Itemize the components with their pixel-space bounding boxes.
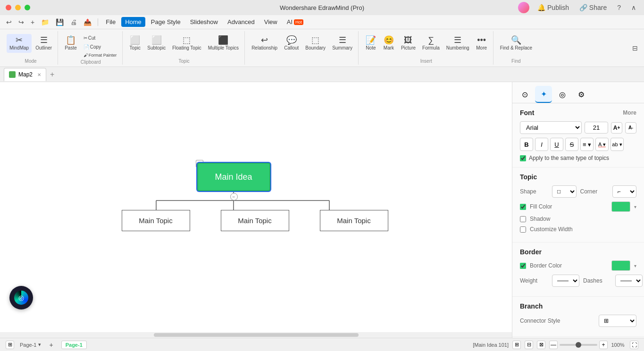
user-avatar[interactable]: [518, 2, 529, 13]
map2-tab[interactable]: Map2 ✕: [4, 68, 46, 81]
format-painter-button[interactable]: 🖌 Format Painter: [81, 52, 120, 58]
formula-button[interactable]: ∑ Formula: [419, 34, 443, 53]
page-selector[interactable]: Page-1 ▾: [20, 342, 41, 348]
menu-slideshow[interactable]: Slideshow: [186, 17, 222, 27]
zoom-in-button[interactable]: +: [599, 341, 608, 349]
dashes-select[interactable]: ——: [615, 275, 643, 287]
zoom-out-button[interactable]: —: [549, 341, 558, 349]
font-size-input[interactable]: [585, 122, 608, 134]
more-button[interactable]: ••• More: [473, 34, 490, 53]
zoom-slider[interactable]: [560, 344, 597, 346]
close-button[interactable]: [6, 5, 11, 10]
add-page-button[interactable]: +: [47, 340, 55, 350]
menu-ai[interactable]: AI Hot: [283, 17, 307, 27]
multiple-topics-button[interactable]: ⬛ Multiple Topics: [205, 34, 242, 53]
border-color-dropdown[interactable]: ▾: [634, 263, 636, 268]
minimize-button[interactable]: [15, 5, 21, 10]
menu-home[interactable]: Home: [121, 17, 145, 27]
scrollbar-thumb[interactable]: [154, 333, 359, 337]
shadow-checkbox[interactable]: [520, 216, 526, 222]
share-button[interactable]: 🔗 Share: [577, 2, 609, 13]
font-more-button[interactable]: More: [623, 109, 636, 116]
fullscreen-button[interactable]: ⛶: [630, 341, 638, 349]
numbering-button[interactable]: ☰ Numbering: [443, 34, 472, 53]
mindmap-button[interactable]: ✂ MindMap: [7, 34, 32, 53]
main-idea-box[interactable]: Main Idea: [197, 163, 270, 191]
zoom-slider-thumb[interactable]: [576, 342, 581, 348]
fill-color-swatch[interactable]: [611, 201, 630, 212]
find-replace-button[interactable]: 🔍 Find & Replace: [497, 34, 535, 53]
panel-tab-location[interactable]: ◎: [554, 86, 571, 103]
topic-box-1[interactable]: Main Topic: [122, 210, 190, 231]
window-controls[interactable]: [6, 5, 30, 10]
canvas[interactable]: ↔ Main Idea − Main Topic Main Topic Main…: [0, 82, 512, 338]
view-mode-3-button[interactable]: ⊠: [537, 341, 545, 349]
collapse-button[interactable]: −: [230, 193, 238, 201]
add-tab-button[interactable]: +: [48, 70, 56, 79]
weight-select[interactable]: ——: [552, 275, 579, 287]
apply-same-checkbox[interactable]: [520, 155, 526, 161]
font-size-down-button[interactable]: A-: [625, 122, 636, 134]
corner-select[interactable]: ⌐: [612, 185, 637, 198]
export-button[interactable]: 📤: [81, 17, 94, 27]
customize-width-checkbox[interactable]: [520, 226, 526, 233]
font-color-button[interactable]: A ▾: [595, 138, 609, 151]
note-button[interactable]: 📝 Note: [362, 34, 379, 53]
copy-button[interactable]: 📄 Copy: [81, 43, 120, 51]
underline-button[interactable]: U: [550, 138, 563, 151]
callout-button[interactable]: 💬 Callout: [281, 34, 301, 53]
active-page-tab[interactable]: Page-1: [61, 341, 87, 349]
menu-advanced[interactable]: Advanced: [224, 17, 259, 27]
strikethrough-button[interactable]: S: [565, 138, 578, 151]
save-button[interactable]: 💾: [53, 17, 66, 27]
mark-button[interactable]: 😊 Mark: [380, 34, 397, 53]
topic-button[interactable]: ⬜ Topic: [126, 34, 143, 53]
right-panel-button[interactable]: ⊟: [630, 43, 640, 53]
fill-color-dropdown[interactable]: ▾: [634, 204, 636, 209]
relationship-button[interactable]: ↩ Relationship: [249, 34, 280, 53]
panel-tab-settings[interactable]: ⚙: [573, 86, 590, 103]
font-family-select[interactable]: Arial: [520, 121, 582, 134]
connector-style-select[interactable]: ⊞: [599, 315, 636, 327]
publish-button[interactable]: 🔔 Publish: [535, 2, 571, 13]
picture-button[interactable]: 🖼 Picture: [398, 34, 418, 53]
collapse-button[interactable]: ∧: [629, 2, 638, 13]
page-dropdown-icon[interactable]: ▾: [38, 342, 41, 348]
ai-assistant-bubble[interactable]: ◎: [9, 286, 33, 309]
help-button[interactable]: ?: [615, 2, 623, 13]
font-size-up-button[interactable]: A+: [611, 122, 622, 134]
topic-box-2[interactable]: Main Topic: [221, 210, 289, 231]
paste-button[interactable]: 📋 Paste: [62, 34, 80, 58]
sidebar-toggle-button[interactable]: ⊞: [6, 341, 14, 349]
tab-close-button[interactable]: ✕: [37, 72, 41, 77]
topic-box-3[interactable]: Main Topic: [320, 210, 388, 231]
panel-toggle[interactable]: ⊟: [630, 31, 640, 65]
italic-button[interactable]: I: [535, 138, 548, 151]
subtopic-button[interactable]: ⬜ Subtopic: [144, 34, 168, 53]
open-button[interactable]: 📁: [39, 17, 51, 27]
summary-button[interactable]: ☰ Summary: [329, 34, 355, 53]
menu-page-style[interactable]: Page Style: [147, 17, 184, 27]
bold-button[interactable]: B: [520, 138, 533, 151]
boundary-button[interactable]: ⬚ Boundary: [302, 34, 328, 53]
outliner-button[interactable]: ☰ Outliner: [33, 34, 55, 53]
view-mode-2-button[interactable]: ⊟: [525, 341, 533, 349]
maximize-button[interactable]: [25, 5, 30, 10]
undo-button[interactable]: ↩: [4, 17, 14, 27]
shape-select[interactable]: □: [552, 185, 577, 198]
panel-tab-ai[interactable]: ✦: [535, 86, 552, 103]
panel-tab-style[interactable]: ⊙: [516, 86, 533, 103]
border-color-swatch[interactable]: [611, 260, 630, 271]
align-button[interactable]: ≡ ▾: [580, 138, 594, 151]
cut-button[interactable]: ✂ Cut: [81, 34, 120, 42]
border-color-checkbox[interactable]: [520, 263, 526, 269]
view-mode-1-button[interactable]: ⊞: [512, 341, 521, 349]
redo-button[interactable]: ↪: [16, 17, 26, 27]
fill-color-checkbox[interactable]: [520, 204, 526, 210]
menu-file[interactable]: File: [102, 17, 119, 27]
floating-topic-button[interactable]: ⬚ Floating Topic: [169, 34, 204, 53]
new-button[interactable]: +: [28, 17, 37, 27]
print-button[interactable]: 🖨: [68, 17, 79, 27]
menu-view[interactable]: View: [260, 17, 281, 27]
horizontal-scrollbar[interactable]: [0, 332, 512, 338]
